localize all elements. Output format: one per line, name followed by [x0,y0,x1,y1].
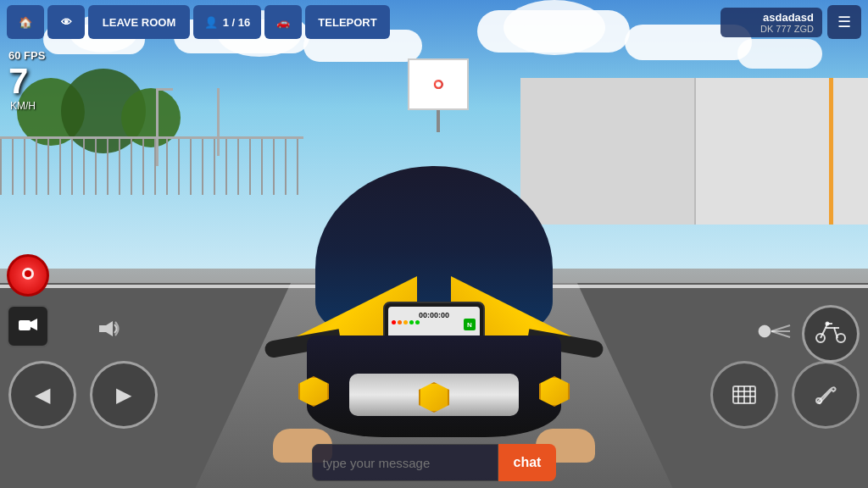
leave-room-label: LEAVE ROOM [103,16,175,29]
menu-button[interactable]: ☰ [827,5,861,39]
eye-icon: 👁 [61,16,72,29]
top-bar: 🏠 👁 LEAVE ROOM 👤 1 / 16 🚗 TELEPORT asdad… [0,0,868,44]
vehicle-button[interactable]: 🚗 [264,5,302,39]
lamp-pole-1 [156,88,159,166]
players-count: 1 / 16 [223,16,251,29]
eye-button[interactable]: 👁 [47,5,85,39]
chat-button-label: chat [514,455,542,469]
lamp-arm-1 [156,88,173,91]
home-icon: 🏠 [19,16,32,29]
player-plate: DK 777 ZGD [729,24,814,34]
race-timer: 00:00:00 [419,311,449,319]
rpm-dots [392,320,420,324]
lamp-pole-2 [217,88,220,157]
vehicle-icon: 🚗 [276,16,290,29]
menu-icon: ☰ [837,13,851,31]
players-button[interactable]: 👤 1 / 16 [193,5,261,39]
teleport-button[interactable]: TELEPORT [305,5,390,39]
chat-button[interactable]: chat [498,444,557,481]
players-icon: 👤 [204,16,218,29]
chat-input[interactable] [312,444,498,481]
player-info-box: asdadasd DK 777 ZGD [721,8,822,37]
home-button[interactable]: 🏠 [7,5,44,39]
player-name: asdadasd [729,11,814,24]
chat-bar: chat [0,437,868,488]
teleport-label: TELEPORT [318,16,376,29]
billboard: ⭕ [408,58,469,131]
leave-room-button[interactable]: LEAVE ROOM [88,5,190,39]
top-right-area: asdadasd DK 777 ZGD ☰ [721,5,861,39]
gear-indicator: N [464,319,476,330]
